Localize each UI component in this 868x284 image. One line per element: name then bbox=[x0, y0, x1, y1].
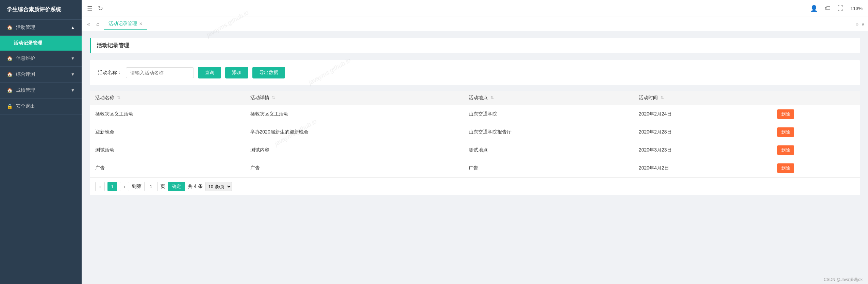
page-unit: 页 bbox=[161, 183, 165, 190]
delete-button-1[interactable]: 删除 bbox=[777, 127, 794, 137]
fullscreen-icon[interactable]: ⛶ bbox=[837, 5, 844, 12]
col-header-detail: 活动详情 ⇅ bbox=[245, 91, 464, 105]
total-count: 共 4 条 bbox=[188, 183, 203, 190]
table-row: 拯救灾区义工活动 拯救灾区义工活动 山东交通学院 2020年2月24日 删除 bbox=[90, 105, 860, 123]
sidebar-sublabel-activity-record: 活动记录管理 bbox=[14, 40, 42, 46]
tab-expand-icon[interactable]: ∨ bbox=[861, 21, 865, 27]
search-bar: 活动名称： 查询 添加 导出数据 bbox=[90, 60, 860, 85]
collapse-icon[interactable]: ☰ bbox=[87, 5, 93, 12]
cell-name-0: 拯救灾区义工活动 bbox=[90, 105, 245, 123]
sidebar-item-eval[interactable]: 🏠 综合评测 ▼ bbox=[0, 67, 82, 83]
pagination-bar: ‹ 1 › 到第 页 确定 共 4 条 10 条/页 20 条/页 50 条/页 bbox=[90, 177, 860, 195]
footer: CSDN @Java源码jdk bbox=[824, 277, 863, 283]
sidebar-item-activity[interactable]: 🏠 活动管理 ▲ bbox=[0, 20, 82, 36]
sidebar-label-info: 信息维护 bbox=[16, 55, 35, 61]
lock-icon: 🔒 bbox=[7, 104, 13, 109]
cell-time-1: 2020年2月28日 bbox=[633, 123, 772, 141]
cell-name-3: 广告 bbox=[90, 159, 245, 177]
table-row: 广告 广告 广告 2020年4月2日 删除 bbox=[90, 159, 860, 177]
cell-name-1: 迎新晚会 bbox=[90, 123, 245, 141]
cell-time-0: 2020年2月24日 bbox=[633, 105, 772, 123]
sidebar-item-logout[interactable]: 🔒 安全退出 bbox=[0, 99, 82, 114]
sidebar: 学生综合素质评价系统 🏠 活动管理 ▲ 活动记录管理 🏠 信息维护 ▼ 🏠 综合… bbox=[0, 0, 82, 284]
topbar-right: 👤 🏷 ⛶ 113% bbox=[810, 5, 863, 12]
cell-detail-2: 测试内容 bbox=[245, 141, 464, 159]
tab-close-icon[interactable]: ✕ bbox=[139, 21, 143, 26]
cell-location-2: 测试地点 bbox=[463, 141, 633, 159]
prev-page-button[interactable]: ‹ bbox=[95, 182, 105, 191]
chevron-up-icon: ▲ bbox=[71, 25, 75, 30]
cell-action-0: 删除 bbox=[772, 105, 860, 123]
sidebar-label-eval: 综合评测 bbox=[16, 71, 35, 77]
col-header-action bbox=[772, 91, 860, 105]
chevron-down-icon-score: ▼ bbox=[71, 88, 75, 93]
goto-label: 到第 bbox=[132, 183, 141, 190]
tab-nav-left[interactable]: « bbox=[85, 20, 92, 29]
cell-name-2: 测试活动 bbox=[90, 141, 245, 159]
home-icon-activity: 🏠 bbox=[7, 25, 13, 30]
table-row: 迎新晚会 举办2020届新生的迎新晚会 山东交通学院报告厅 2020年2月28日… bbox=[90, 123, 860, 141]
page-1-button[interactable]: 1 bbox=[107, 182, 117, 191]
cell-time-3: 2020年4月2日 bbox=[633, 159, 772, 177]
refresh-icon[interactable]: ↻ bbox=[98, 5, 103, 12]
goto-confirm-button[interactable]: 确定 bbox=[168, 182, 185, 191]
tag-icon[interactable]: 🏷 bbox=[824, 5, 831, 12]
tabbar: « ⌂ 活动记录管理 ✕ » ∨ bbox=[82, 17, 868, 31]
cell-detail-1: 举办2020届新生的迎新晚会 bbox=[245, 123, 464, 141]
sidebar-label-logout: 安全退出 bbox=[16, 103, 35, 109]
sidebar-label-score: 成绩管理 bbox=[16, 87, 35, 93]
topbar-left: ☰ ↻ bbox=[87, 5, 103, 12]
col-header-time: 活动时间 ⇅ bbox=[633, 91, 772, 105]
goto-page-input[interactable] bbox=[144, 182, 158, 191]
cell-detail-3: 广告 bbox=[245, 159, 464, 177]
home-icon-info: 🏠 bbox=[7, 56, 13, 61]
table-row: 测试活动 测试内容 测试地点 2020年3月23日 删除 bbox=[90, 141, 860, 159]
tab-label-activity-record: 活动记录管理 bbox=[108, 21, 137, 27]
tab-nav-right[interactable]: » bbox=[856, 21, 858, 27]
sort-icon-location[interactable]: ⇅ bbox=[490, 95, 494, 100]
export-button[interactable]: 导出数据 bbox=[252, 67, 285, 78]
home-icon-score: 🏠 bbox=[7, 88, 13, 93]
cell-action-1: 删除 bbox=[772, 123, 860, 141]
cell-action-3: 删除 bbox=[772, 159, 860, 177]
cell-action-2: 删除 bbox=[772, 141, 860, 159]
sidebar-label-activity: 活动管理 bbox=[16, 24, 35, 31]
tab-home-button[interactable]: ⌂ bbox=[94, 20, 102, 29]
tab-right-controls: » ∨ bbox=[856, 21, 865, 27]
sidebar-item-score[interactable]: 🏠 成绩管理 ▼ bbox=[0, 83, 82, 99]
zoom-level: 113% bbox=[850, 6, 863, 11]
topbar: ☰ ↻ 👤 🏷 ⛶ 113% bbox=[82, 0, 868, 17]
page-title: 活动记录管理 bbox=[90, 38, 860, 53]
sidebar-subitem-activity-record[interactable]: 活动记录管理 bbox=[0, 36, 82, 51]
main-area: ☰ ↻ 👤 🏷 ⛶ 113% « ⌂ 活动记录管理 ✕ » ∨ 活动记录管理 活… bbox=[82, 0, 868, 284]
sort-icon-name[interactable]: ⇅ bbox=[117, 95, 120, 100]
sort-icon-detail[interactable]: ⇅ bbox=[272, 95, 275, 100]
content-area: 活动记录管理 活动名称： 查询 添加 导出数据 活动名称 ⇅ 活动详 bbox=[82, 31, 868, 284]
search-input[interactable] bbox=[126, 67, 194, 78]
sort-icon-time[interactable]: ⇅ bbox=[661, 95, 664, 100]
user-avatar-icon[interactable]: 👤 bbox=[810, 5, 818, 12]
sidebar-item-info[interactable]: 🏠 信息维护 ▼ bbox=[0, 51, 82, 67]
cell-location-1: 山东交通学院报告厅 bbox=[463, 123, 633, 141]
chevron-down-icon-eval: ▼ bbox=[71, 72, 75, 77]
home-icon-eval: 🏠 bbox=[7, 72, 13, 77]
col-header-name: 活动名称 ⇅ bbox=[90, 91, 245, 105]
add-button[interactable]: 添加 bbox=[225, 67, 248, 78]
query-button[interactable]: 查询 bbox=[198, 67, 221, 78]
tab-activity-record[interactable]: 活动记录管理 ✕ bbox=[104, 19, 147, 30]
cell-detail-0: 拯救灾区义工活动 bbox=[245, 105, 464, 123]
delete-button-3[interactable]: 删除 bbox=[777, 163, 794, 173]
chevron-down-icon-info: ▼ bbox=[71, 56, 75, 61]
col-header-location: 活动地点 ⇅ bbox=[463, 91, 633, 105]
delete-button-0[interactable]: 删除 bbox=[777, 109, 794, 119]
app-title: 学生综合素质评价系统 bbox=[0, 0, 82, 20]
cell-time-2: 2020年3月23日 bbox=[633, 141, 772, 159]
next-page-button[interactable]: › bbox=[120, 182, 129, 191]
cell-location-3: 广告 bbox=[463, 159, 633, 177]
cell-location-0: 山东交通学院 bbox=[463, 105, 633, 123]
search-label: 活动名称： bbox=[98, 70, 122, 76]
delete-button-2[interactable]: 删除 bbox=[777, 145, 794, 155]
page-size-select[interactable]: 10 条/页 20 条/页 50 条/页 bbox=[205, 182, 232, 191]
activity-table: 活动名称 ⇅ 活动详情 ⇅ 活动地点 ⇅ 活动时间 bbox=[90, 91, 860, 195]
